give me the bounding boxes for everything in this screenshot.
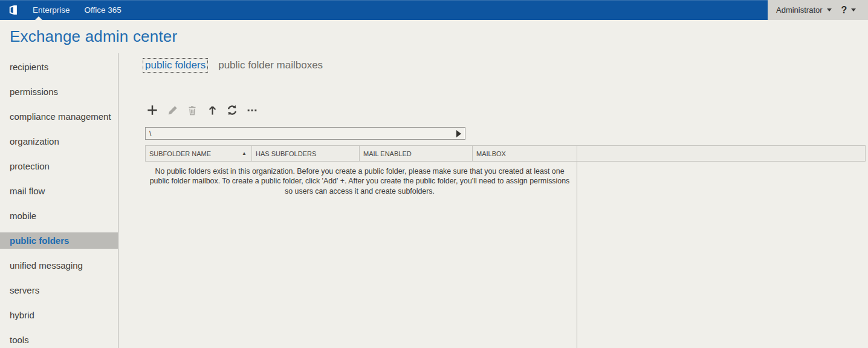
folder-table-body: No public folders exist in this organiza… xyxy=(145,162,868,348)
delete-button[interactable] xyxy=(185,103,199,117)
move-up-button[interactable] xyxy=(205,103,219,117)
details-pane xyxy=(577,162,868,348)
folder-table-header: SUBFOLDER NAME ▲ HAS SUBFOLDERS MAIL ENA… xyxy=(145,145,866,162)
tab-public-folder-mailboxes[interactable]: public folder mailboxes xyxy=(218,59,323,71)
sidebar-item-recipients[interactable]: recipients xyxy=(0,59,118,75)
help-menu-caret-icon[interactable] xyxy=(851,8,856,11)
refresh-button[interactable] xyxy=(225,103,239,117)
content-tabs: public folders public folder mailboxes xyxy=(145,59,868,72)
help-icon[interactable]: ? xyxy=(841,5,847,16)
tab-public-folders[interactable]: public folders xyxy=(143,59,207,72)
sidebar-item-compliance-management[interactable]: compliance management xyxy=(0,108,118,125)
folder-path-bar[interactable]: \ xyxy=(145,127,465,140)
sort-ascending-icon: ▲ xyxy=(242,151,247,156)
column-header-spacer xyxy=(577,146,865,161)
column-label: MAILBOX xyxy=(476,150,506,157)
empty-state-message: No public folders exist in this organiza… xyxy=(149,166,571,196)
column-header-has-subfolders[interactable]: HAS SUBFOLDERS xyxy=(251,146,359,161)
user-menu-caret-icon[interactable] xyxy=(827,8,832,11)
sidebar-item-protection[interactable]: protection xyxy=(0,158,118,174)
navigate-forward-icon[interactable] xyxy=(456,130,461,137)
top-bar-right: Administrator ? xyxy=(768,0,868,20)
nav-office-365[interactable]: Office 365 xyxy=(85,0,121,20)
title-bar: Exchange admin center xyxy=(0,20,868,53)
main-layout: recipients permissions compliance manage… xyxy=(0,53,868,348)
column-header-subfolder-name[interactable]: SUBFOLDER NAME ▲ xyxy=(146,146,251,161)
edit-button[interactable] xyxy=(165,103,180,117)
sidebar-item-tools[interactable]: tools xyxy=(0,332,118,348)
add-button[interactable] xyxy=(145,103,160,117)
content-area: public folders public folder mailboxes xyxy=(118,53,868,348)
toolbar xyxy=(145,103,868,117)
folder-path-value: \ xyxy=(149,130,151,138)
user-menu-label[interactable]: Administrator xyxy=(776,5,823,15)
column-header-mailbox[interactable]: MAILBOX xyxy=(472,146,577,161)
top-bar: Enterprise Office 365 Administrator ? xyxy=(0,0,868,20)
sidebar-item-mobile[interactable]: mobile xyxy=(0,208,118,224)
column-label: MAIL ENABLED xyxy=(363,150,412,157)
more-options-button[interactable] xyxy=(245,103,259,117)
sidebar-item-servers[interactable]: servers xyxy=(0,282,118,298)
office-logo-icon xyxy=(8,5,18,15)
folder-list-pane: No public folders exist in this organiza… xyxy=(145,162,577,348)
sidebar-item-mail-flow[interactable]: mail flow xyxy=(0,183,118,199)
top-navigation: Enterprise Office 365 xyxy=(18,0,121,20)
sidebar-item-unified-messaging[interactable]: unified messaging xyxy=(0,257,118,274)
sidebar: recipients permissions compliance manage… xyxy=(0,53,118,348)
column-label: HAS SUBFOLDERS xyxy=(256,150,316,157)
sidebar-item-organization[interactable]: organization xyxy=(0,133,118,149)
sidebar-item-public-folders[interactable]: public folders xyxy=(0,232,118,249)
active-nav-indicator xyxy=(35,16,42,20)
page-title: Exchange admin center xyxy=(10,27,177,45)
column-label: SUBFOLDER NAME xyxy=(149,150,211,157)
column-header-mail-enabled[interactable]: MAIL ENABLED xyxy=(359,146,472,161)
sidebar-item-hybrid[interactable]: hybrid xyxy=(0,307,118,323)
sidebar-item-permissions[interactable]: permissions xyxy=(0,84,118,100)
